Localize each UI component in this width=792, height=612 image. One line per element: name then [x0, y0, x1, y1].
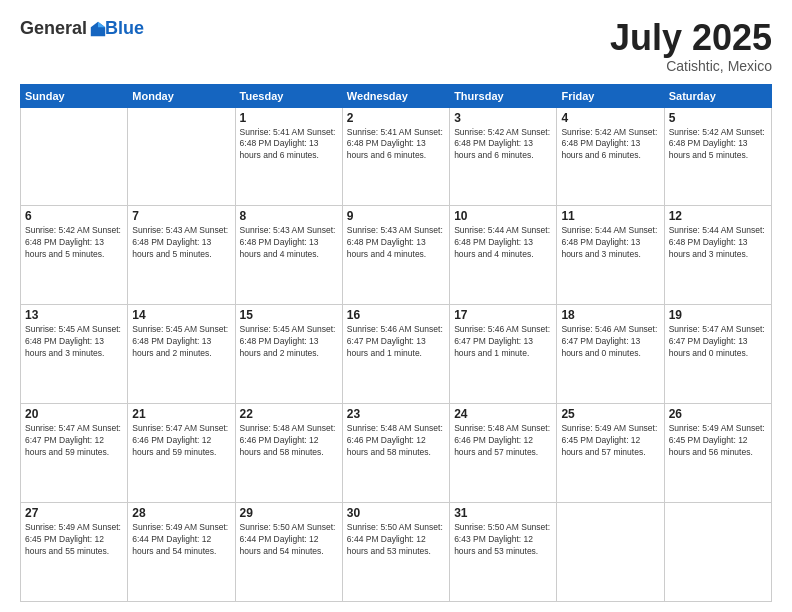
- day-number: 7: [132, 209, 230, 223]
- day-info: Sunrise: 5:50 AM Sunset: 6:44 PM Dayligh…: [347, 522, 445, 558]
- day-info: Sunrise: 5:42 AM Sunset: 6:48 PM Dayligh…: [561, 127, 659, 163]
- day-number: 29: [240, 506, 338, 520]
- calendar-cell: 1Sunrise: 5:41 AM Sunset: 6:48 PM Daylig…: [235, 107, 342, 206]
- day-number: 23: [347, 407, 445, 421]
- day-info: Sunrise: 5:43 AM Sunset: 6:48 PM Dayligh…: [347, 225, 445, 261]
- calendar-table: SundayMondayTuesdayWednesdayThursdayFrid…: [20, 84, 772, 602]
- calendar-cell: 27Sunrise: 5:49 AM Sunset: 6:45 PM Dayli…: [21, 503, 128, 602]
- day-info: Sunrise: 5:42 AM Sunset: 6:48 PM Dayligh…: [25, 225, 123, 261]
- day-number: 13: [25, 308, 123, 322]
- day-info: Sunrise: 5:44 AM Sunset: 6:48 PM Dayligh…: [669, 225, 767, 261]
- day-number: 10: [454, 209, 552, 223]
- calendar-cell: 18Sunrise: 5:46 AM Sunset: 6:47 PM Dayli…: [557, 305, 664, 404]
- day-info: Sunrise: 5:41 AM Sunset: 6:48 PM Dayligh…: [347, 127, 445, 163]
- day-number: 2: [347, 111, 445, 125]
- page: General Blue July 2025 Catishtic, Mexico…: [0, 0, 792, 612]
- day-info: Sunrise: 5:50 AM Sunset: 6:44 PM Dayligh…: [240, 522, 338, 558]
- col-header-sunday: Sunday: [21, 84, 128, 107]
- day-number: 18: [561, 308, 659, 322]
- day-number: 6: [25, 209, 123, 223]
- day-info: Sunrise: 5:42 AM Sunset: 6:48 PM Dayligh…: [454, 127, 552, 163]
- day-info: Sunrise: 5:44 AM Sunset: 6:48 PM Dayligh…: [561, 225, 659, 261]
- calendar-cell: 4Sunrise: 5:42 AM Sunset: 6:48 PM Daylig…: [557, 107, 664, 206]
- logo: General Blue: [20, 18, 144, 39]
- day-number: 20: [25, 407, 123, 421]
- day-number: 25: [561, 407, 659, 421]
- calendar-cell: 14Sunrise: 5:45 AM Sunset: 6:48 PM Dayli…: [128, 305, 235, 404]
- day-info: Sunrise: 5:47 AM Sunset: 6:46 PM Dayligh…: [132, 423, 230, 459]
- day-info: Sunrise: 5:46 AM Sunset: 6:47 PM Dayligh…: [454, 324, 552, 360]
- calendar-cell: 3Sunrise: 5:42 AM Sunset: 6:48 PM Daylig…: [450, 107, 557, 206]
- day-info: Sunrise: 5:43 AM Sunset: 6:48 PM Dayligh…: [132, 225, 230, 261]
- day-number: 31: [454, 506, 552, 520]
- calendar-cell: 2Sunrise: 5:41 AM Sunset: 6:48 PM Daylig…: [342, 107, 449, 206]
- calendar-cell: 9Sunrise: 5:43 AM Sunset: 6:48 PM Daylig…: [342, 206, 449, 305]
- calendar-cell: 23Sunrise: 5:48 AM Sunset: 6:46 PM Dayli…: [342, 404, 449, 503]
- day-number: 27: [25, 506, 123, 520]
- day-info: Sunrise: 5:48 AM Sunset: 6:46 PM Dayligh…: [454, 423, 552, 459]
- calendar-cell: 15Sunrise: 5:45 AM Sunset: 6:48 PM Dayli…: [235, 305, 342, 404]
- day-info: Sunrise: 5:49 AM Sunset: 6:45 PM Dayligh…: [25, 522, 123, 558]
- calendar-week-1: 1Sunrise: 5:41 AM Sunset: 6:48 PM Daylig…: [21, 107, 772, 206]
- day-number: 8: [240, 209, 338, 223]
- calendar-cell: 6Sunrise: 5:42 AM Sunset: 6:48 PM Daylig…: [21, 206, 128, 305]
- day-info: Sunrise: 5:43 AM Sunset: 6:48 PM Dayligh…: [240, 225, 338, 261]
- day-number: 1: [240, 111, 338, 125]
- day-info: Sunrise: 5:49 AM Sunset: 6:45 PM Dayligh…: [561, 423, 659, 459]
- calendar-header-row: SundayMondayTuesdayWednesdayThursdayFrid…: [21, 84, 772, 107]
- day-number: 12: [669, 209, 767, 223]
- calendar-cell: 28Sunrise: 5:49 AM Sunset: 6:44 PM Dayli…: [128, 503, 235, 602]
- day-number: 14: [132, 308, 230, 322]
- day-number: 24: [454, 407, 552, 421]
- day-info: Sunrise: 5:41 AM Sunset: 6:48 PM Dayligh…: [240, 127, 338, 163]
- day-number: 26: [669, 407, 767, 421]
- calendar-cell: 25Sunrise: 5:49 AM Sunset: 6:45 PM Dayli…: [557, 404, 664, 503]
- day-number: 17: [454, 308, 552, 322]
- calendar-cell: 19Sunrise: 5:47 AM Sunset: 6:47 PM Dayli…: [664, 305, 771, 404]
- calendar-cell: 22Sunrise: 5:48 AM Sunset: 6:46 PM Dayli…: [235, 404, 342, 503]
- calendar-cell: 11Sunrise: 5:44 AM Sunset: 6:48 PM Dayli…: [557, 206, 664, 305]
- calendar-cell: 5Sunrise: 5:42 AM Sunset: 6:48 PM Daylig…: [664, 107, 771, 206]
- calendar-week-3: 13Sunrise: 5:45 AM Sunset: 6:48 PM Dayli…: [21, 305, 772, 404]
- calendar-cell: 13Sunrise: 5:45 AM Sunset: 6:48 PM Dayli…: [21, 305, 128, 404]
- calendar-week-2: 6Sunrise: 5:42 AM Sunset: 6:48 PM Daylig…: [21, 206, 772, 305]
- calendar-cell: 26Sunrise: 5:49 AM Sunset: 6:45 PM Dayli…: [664, 404, 771, 503]
- day-info: Sunrise: 5:48 AM Sunset: 6:46 PM Dayligh…: [347, 423, 445, 459]
- col-header-saturday: Saturday: [664, 84, 771, 107]
- calendar-cell: 20Sunrise: 5:47 AM Sunset: 6:47 PM Dayli…: [21, 404, 128, 503]
- calendar-cell: [557, 503, 664, 602]
- day-info: Sunrise: 5:46 AM Sunset: 6:47 PM Dayligh…: [347, 324, 445, 360]
- calendar-cell: 30Sunrise: 5:50 AM Sunset: 6:44 PM Dayli…: [342, 503, 449, 602]
- day-info: Sunrise: 5:49 AM Sunset: 6:45 PM Dayligh…: [669, 423, 767, 459]
- day-number: 22: [240, 407, 338, 421]
- calendar-cell: 17Sunrise: 5:46 AM Sunset: 6:47 PM Dayli…: [450, 305, 557, 404]
- calendar-cell: 16Sunrise: 5:46 AM Sunset: 6:47 PM Dayli…: [342, 305, 449, 404]
- logo-general: General: [20, 18, 87, 39]
- calendar-week-5: 27Sunrise: 5:49 AM Sunset: 6:45 PM Dayli…: [21, 503, 772, 602]
- calendar-cell: 12Sunrise: 5:44 AM Sunset: 6:48 PM Dayli…: [664, 206, 771, 305]
- calendar-cell: 21Sunrise: 5:47 AM Sunset: 6:46 PM Dayli…: [128, 404, 235, 503]
- calendar-cell: 29Sunrise: 5:50 AM Sunset: 6:44 PM Dayli…: [235, 503, 342, 602]
- day-number: 16: [347, 308, 445, 322]
- day-number: 9: [347, 209, 445, 223]
- calendar-cell: [21, 107, 128, 206]
- col-header-tuesday: Tuesday: [235, 84, 342, 107]
- calendar-cell: 7Sunrise: 5:43 AM Sunset: 6:48 PM Daylig…: [128, 206, 235, 305]
- day-info: Sunrise: 5:46 AM Sunset: 6:47 PM Dayligh…: [561, 324, 659, 360]
- calendar-cell: 31Sunrise: 5:50 AM Sunset: 6:43 PM Dayli…: [450, 503, 557, 602]
- day-info: Sunrise: 5:44 AM Sunset: 6:48 PM Dayligh…: [454, 225, 552, 261]
- day-info: Sunrise: 5:45 AM Sunset: 6:48 PM Dayligh…: [25, 324, 123, 360]
- day-number: 19: [669, 308, 767, 322]
- calendar-body: 1Sunrise: 5:41 AM Sunset: 6:48 PM Daylig…: [21, 107, 772, 601]
- title-month: July 2025: [610, 18, 772, 58]
- title-location: Catishtic, Mexico: [610, 58, 772, 74]
- day-info: Sunrise: 5:50 AM Sunset: 6:43 PM Dayligh…: [454, 522, 552, 558]
- day-info: Sunrise: 5:48 AM Sunset: 6:46 PM Dayligh…: [240, 423, 338, 459]
- calendar-cell: 8Sunrise: 5:43 AM Sunset: 6:48 PM Daylig…: [235, 206, 342, 305]
- day-number: 3: [454, 111, 552, 125]
- day-number: 4: [561, 111, 659, 125]
- calendar-cell: [128, 107, 235, 206]
- day-number: 30: [347, 506, 445, 520]
- col-header-thursday: Thursday: [450, 84, 557, 107]
- calendar-week-4: 20Sunrise: 5:47 AM Sunset: 6:47 PM Dayli…: [21, 404, 772, 503]
